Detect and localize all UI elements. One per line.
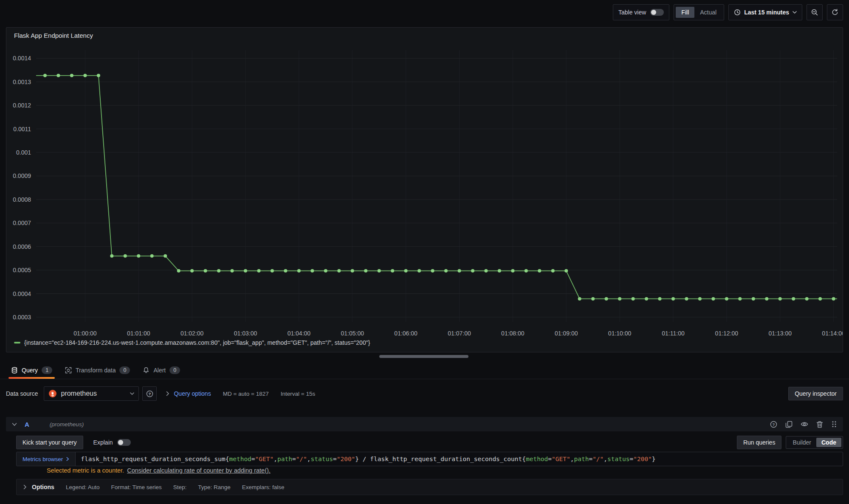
drag-query-handle[interactable] — [831, 420, 837, 428]
svg-text:0.0008: 0.0008 — [13, 196, 31, 203]
chevron-down-icon — [793, 11, 797, 14]
option-stat: Step: — [173, 484, 187, 490]
svg-text:01:01:00: 01:01:00 — [127, 330, 150, 337]
metrics-browser-button[interactable]: Metrics browser — [17, 452, 76, 466]
actual-button[interactable]: Actual — [694, 7, 722, 18]
clock-icon — [734, 9, 741, 16]
chart-legend: {instance="ec2-184-169-216-224.us-west-1… — [6, 339, 843, 346]
panel-toolbar: Table view Fill Actual Last 15 minutes — [613, 4, 843, 20]
query-run-controls: Run queries Builder Code — [737, 436, 843, 449]
options-label: Options — [32, 484, 54, 490]
svg-text:01:06:00: 01:06:00 — [394, 330, 417, 337]
duplicate-icon — [785, 421, 793, 428]
help-circle-icon: ? — [770, 421, 777, 428]
svg-text:0.0012: 0.0012 — [13, 102, 31, 109]
promql-expression-input[interactable]: flask_http_request_duration_seconds_sum{… — [76, 452, 843, 466]
query-options-bar: Options Legend: AutoFormat: Time seriesS… — [16, 479, 843, 495]
svg-text:01:09:00: 01:09:00 — [555, 330, 578, 337]
help-circle-icon: ? — [146, 390, 153, 397]
query-row-header[interactable]: A (prometheus) ? — [6, 417, 843, 431]
tab-transform-data[interactable]: Transform data 0 — [61, 362, 134, 379]
warning-text: Selected metric is a counter. — [47, 467, 124, 474]
collapse-chevron-icon[interactable] — [12, 422, 17, 426]
horizontal-scrollbar[interactable] — [379, 355, 468, 358]
svg-text:01:07:00: 01:07:00 — [448, 330, 471, 337]
tab-query[interactable]: Query 1 — [7, 362, 56, 379]
svg-text:01:08:00: 01:08:00 — [501, 330, 525, 337]
tab-alert-label: Alert — [153, 367, 166, 374]
trash-icon — [816, 421, 823, 428]
panel-title: Flask App Endpoint Latency — [6, 28, 843, 42]
warning-rate-link[interactable]: Consider calculating rate of counter by … — [127, 467, 271, 474]
counter-warning: Selected metric is a counter. Consider c… — [47, 467, 271, 474]
eye-icon — [801, 421, 808, 427]
chevron-right-icon — [23, 484, 27, 490]
query-toolbar-row: Kick start your query Explain Run querie… — [16, 436, 843, 449]
svg-text:0.0014: 0.0014 — [13, 55, 31, 62]
query-help-button[interactable]: ? — [770, 421, 777, 428]
svg-text:0.0004: 0.0004 — [13, 290, 31, 297]
svg-text:01:10:00: 01:10:00 — [608, 330, 632, 337]
explain-toggle[interactable] — [117, 439, 131, 446]
tab-alert-count: 0 — [169, 366, 180, 374]
timeseries-panel: Flask App Endpoint Latency 0.00140.00130… — [6, 27, 843, 352]
query-datasource-hint: (prometheus) — [50, 421, 84, 428]
table-view-label: Table view — [618, 9, 646, 16]
option-stat: Format: Time series — [111, 484, 161, 490]
option-stat: Type: Range — [198, 484, 231, 490]
bell-icon — [143, 367, 149, 374]
builder-code-segmented: Builder Code — [786, 436, 843, 449]
datasource-picker[interactable]: prometheus — [44, 386, 139, 401]
svg-text:01:03:00: 01:03:00 — [234, 330, 257, 337]
legend-swatch — [14, 342, 20, 344]
kick-start-query-button[interactable]: Kick start your query — [16, 436, 83, 449]
datasource-value: prometheus — [61, 390, 97, 397]
refresh-icon — [832, 9, 838, 16]
refresh-button[interactable] — [827, 4, 843, 20]
latency-chart[interactable]: 0.00140.00130.00120.00110.0010.00090.000… — [6, 42, 843, 339]
zoom-out-icon — [811, 9, 818, 16]
tab-transform-label: Transform data — [76, 367, 116, 374]
chevron-down-icon — [130, 392, 134, 395]
chevron-right-icon — [66, 457, 69, 461]
toggle-visibility-button[interactable] — [801, 421, 808, 427]
editor-tabs: Query 1 Transform data 0 Alert 0 — [0, 362, 849, 379]
run-queries-button[interactable]: Run queries — [737, 436, 782, 449]
zoom-out-button[interactable] — [807, 4, 823, 20]
prometheus-icon — [48, 389, 57, 398]
legend-series-label[interactable]: {instance="ec2-184-169-216-224.us-west-1… — [24, 339, 370, 346]
duplicate-query-button[interactable] — [785, 421, 793, 428]
svg-text:?: ? — [773, 422, 775, 426]
tab-query-label: Query — [22, 367, 38, 374]
options-expander[interactable]: Options — [23, 484, 54, 490]
query-ref-id: A — [25, 421, 29, 428]
svg-text:01:14:00: 01:14:00 — [822, 330, 843, 337]
svg-text:0.0011: 0.0011 — [13, 126, 31, 132]
svg-text:0.001: 0.001 — [16, 149, 31, 156]
builder-button[interactable]: Builder — [787, 438, 816, 447]
query-inspector-button[interactable]: Query inspector — [788, 387, 843, 400]
option-stat: Exemplars: false — [242, 484, 285, 490]
svg-text:01:05:00: 01:05:00 — [341, 330, 364, 337]
metrics-browser-label: Metrics browser — [23, 456, 63, 462]
datasource-row: Data source prometheus ? Query options M… — [6, 386, 843, 402]
query-actions: ? — [770, 420, 837, 428]
query-options-label: Query options — [174, 390, 211, 397]
time-range-label: Last 15 minutes — [744, 9, 789, 16]
svg-text:01:13:00: 01:13:00 — [768, 330, 792, 337]
query-options-expander[interactable]: Query options — [166, 390, 211, 397]
table-view-toggle[interactable] — [650, 9, 664, 16]
options-stats: Legend: AutoFormat: Time seriesStep:Type… — [66, 484, 285, 490]
fill-button[interactable]: Fill — [676, 7, 694, 18]
explain-group: Explain — [93, 439, 131, 446]
svg-text:0.0009: 0.0009 — [13, 172, 31, 179]
code-button[interactable]: Code — [816, 438, 841, 447]
svg-text:01:11:00: 01:11:00 — [662, 330, 685, 337]
svg-text:0.0013: 0.0013 — [13, 79, 31, 85]
svg-text:01:00:00: 01:00:00 — [73, 330, 97, 337]
fill-actual-segmented: Fill Actual — [674, 4, 724, 20]
delete-query-button[interactable] — [816, 421, 823, 428]
time-range-picker[interactable]: Last 15 minutes — [728, 4, 802, 20]
tab-alert[interactable]: Alert 0 — [138, 362, 184, 379]
datasource-help-button[interactable]: ? — [142, 386, 157, 401]
